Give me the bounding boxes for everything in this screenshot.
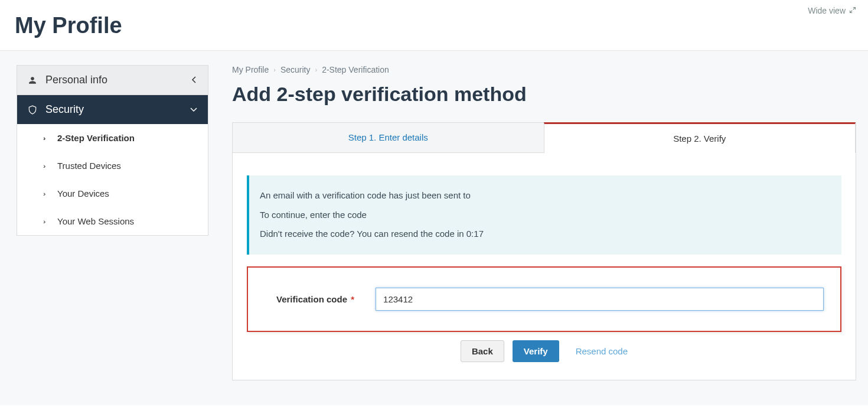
chevron-right-icon: › xyxy=(314,66,318,73)
breadcrumb-item[interactable]: Security xyxy=(280,65,311,74)
wide-view-toggle[interactable]: Wide view xyxy=(808,0,856,15)
sidebar-sub-2step[interactable]: ›› 2-Step Verification xyxy=(17,124,208,152)
verification-code-label: Verification code * xyxy=(276,294,354,304)
breadcrumb: My Profile › Security › 2-Step Verificat… xyxy=(232,65,856,74)
expand-icon xyxy=(849,6,856,15)
verify-button[interactable]: Verify xyxy=(513,340,559,362)
double-chevron-icon: ›› xyxy=(43,162,51,170)
chevron-down-icon xyxy=(190,103,197,116)
wide-view-label: Wide view xyxy=(808,6,846,15)
sidebar-item-security[interactable]: Security xyxy=(17,95,208,124)
info-line: To continue, enter the code xyxy=(260,207,831,224)
sidebar-item-label: Personal info xyxy=(45,74,107,86)
double-chevron-icon: ›› xyxy=(43,190,51,197)
double-chevron-icon: ›› xyxy=(43,135,51,142)
sidebar-sub-trusted-devices[interactable]: ›› Trusted Devices xyxy=(17,152,208,180)
sidebar-item-label: Trusted Devices xyxy=(57,161,121,171)
info-line: An email with a verification code has ju… xyxy=(260,187,831,204)
main-heading: Add 2-step verification method xyxy=(232,83,856,106)
chevron-right-icon: › xyxy=(272,66,277,73)
double-chevron-icon: ›› xyxy=(43,218,51,225)
chevron-left-icon xyxy=(191,74,197,86)
tab-step2[interactable]: Step 2. Verify xyxy=(544,122,856,153)
sidebar-sub-your-devices[interactable]: ›› Your Devices xyxy=(17,180,208,207)
required-asterisk: * xyxy=(348,294,354,304)
user-icon xyxy=(28,76,37,84)
breadcrumb-item[interactable]: My Profile xyxy=(232,65,269,74)
sidebar-item-label: Your Web Sessions xyxy=(57,216,134,226)
sidebar-item-label: 2-Step Verification xyxy=(57,133,135,143)
back-button[interactable]: Back xyxy=(461,340,504,362)
sidebar-item-personal-info[interactable]: Personal info xyxy=(17,66,208,95)
verification-code-input[interactable] xyxy=(376,288,824,311)
shield-icon xyxy=(28,105,37,115)
breadcrumb-item: 2-Step Verification xyxy=(322,65,389,74)
info-box: An email with a verification code has ju… xyxy=(247,175,841,255)
resend-code-link: Resend code xyxy=(576,346,628,356)
tab-step1[interactable]: Step 1. Enter details xyxy=(233,123,544,152)
page-title: My Profile xyxy=(15,13,122,38)
verification-form: Verification code * xyxy=(247,266,841,332)
sidebar-item-label: Your Devices xyxy=(57,188,109,198)
sidebar-sub-web-sessions[interactable]: ›› Your Web Sessions xyxy=(17,207,208,235)
sidebar-item-label: Security xyxy=(45,103,84,116)
sidebar: Personal info Security ›› 2-Step Verific… xyxy=(17,65,208,236)
step-tabs: Step 1. Enter details Step 2. Verify xyxy=(232,122,856,153)
info-line: Didn't receive the code? You can resend … xyxy=(260,226,831,243)
